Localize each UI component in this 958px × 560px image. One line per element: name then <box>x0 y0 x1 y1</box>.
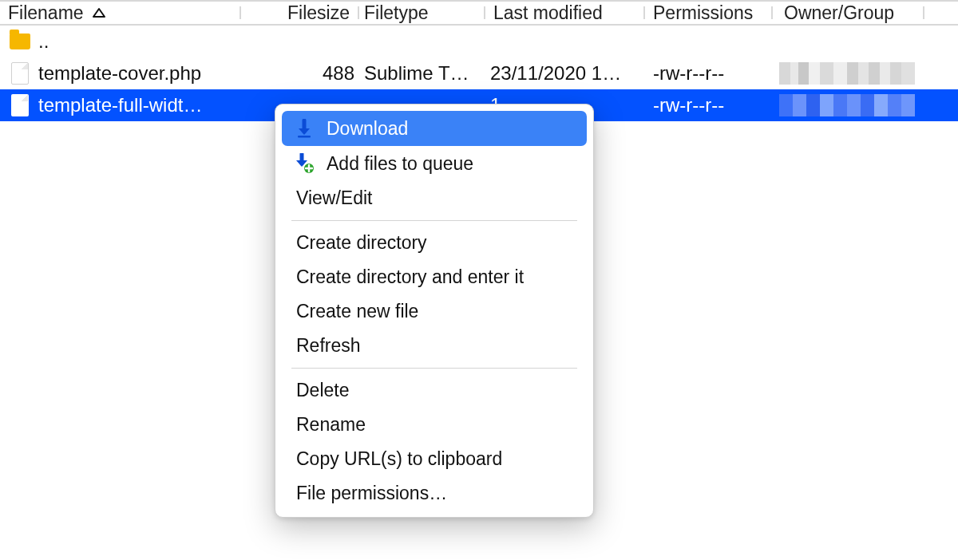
table-row-file[interactable]: template-cover.php 488 Sublime T… 23/11/… <box>0 57 958 89</box>
file-modified: 23/11/2020 1… <box>490 57 642 89</box>
svg-rect-0 <box>298 136 311 138</box>
menu-label: Create new file <box>296 301 418 322</box>
column-label: Filename <box>8 2 84 24</box>
column-header-row: Filename Filesize Filetype Last modified… <box>0 0 958 26</box>
file-name: template-cover.php <box>38 62 201 85</box>
file-name: .. <box>38 30 49 53</box>
menu-item-file-permissions[interactable]: File permissions… <box>282 476 587 511</box>
menu-item-copy-urls[interactable]: Copy URL(s) to clipboard <box>282 442 587 476</box>
file-name: template-full-widt… <box>38 94 202 116</box>
column-separator[interactable] <box>771 6 773 19</box>
menu-label: Create directory and enter it <box>296 266 524 288</box>
column-header-filename[interactable]: Filename <box>8 2 238 24</box>
column-header-filetype[interactable]: Filetype <box>364 2 484 24</box>
menu-item-add-to-queue[interactable]: Add files to queue <box>282 146 587 181</box>
menu-label: Rename <box>296 414 366 436</box>
menu-label: Create directory <box>296 232 427 254</box>
file-size: 488 <box>287 57 354 89</box>
file-type: Sublime T… <box>364 57 484 89</box>
column-header-last-modified[interactable]: Last modified <box>493 2 642 24</box>
column-header-permissions[interactable]: Permissions <box>653 2 768 24</box>
menu-item-download[interactable]: Download <box>282 111 587 146</box>
sort-ascending-icon <box>92 7 106 18</box>
column-label: Owner/Group <box>784 2 894 24</box>
menu-label: Download <box>327 118 408 140</box>
column-separator[interactable] <box>240 6 241 19</box>
file-permissions: -rw-r--r-- <box>653 57 765 89</box>
menu-label: Add files to queue <box>327 153 473 175</box>
file-owner-group <box>779 89 915 121</box>
column-separator[interactable] <box>643 6 645 19</box>
menu-separator <box>291 220 577 221</box>
download-queue-icon <box>293 152 315 175</box>
menu-label: File permissions… <box>296 483 447 504</box>
column-separator[interactable] <box>484 6 485 19</box>
menu-label: Copy URL(s) to clipboard <box>296 448 502 470</box>
menu-item-create-new-file[interactable]: Create new file <box>282 294 587 329</box>
column-label: Last modified <box>493 2 603 24</box>
file-icon <box>8 93 32 117</box>
file-permissions: -rw-r--r-- <box>653 89 765 121</box>
folder-icon <box>8 30 32 53</box>
column-separator[interactable] <box>923 6 924 19</box>
menu-item-create-directory-enter[interactable]: Create directory and enter it <box>282 260 587 294</box>
file-icon <box>8 61 32 85</box>
menu-item-rename[interactable]: Rename <box>282 408 587 442</box>
file-owner-group <box>779 57 915 89</box>
menu-label: Delete <box>296 380 349 401</box>
download-icon <box>293 117 315 140</box>
column-label: Permissions <box>653 2 753 24</box>
column-header-owner-group[interactable]: Owner/Group <box>784 2 920 24</box>
menu-item-create-directory[interactable]: Create directory <box>282 226 587 260</box>
menu-item-delete[interactable]: Delete <box>282 373 587 408</box>
menu-item-view-edit[interactable]: View/Edit <box>282 181 587 215</box>
column-label: Filesize <box>287 2 350 24</box>
column-header-filesize[interactable]: Filesize <box>287 2 358 24</box>
context-menu: Download Add files to queue View/Edit Cr… <box>275 104 594 518</box>
table-row-parent-dir[interactable]: .. <box>0 26 958 57</box>
menu-label: View/Edit <box>296 187 372 209</box>
menu-label: Refresh <box>296 335 361 357</box>
column-separator[interactable] <box>358 6 359 19</box>
column-label: Filetype <box>364 2 429 24</box>
menu-item-refresh[interactable]: Refresh <box>282 329 587 363</box>
menu-separator <box>291 368 577 369</box>
